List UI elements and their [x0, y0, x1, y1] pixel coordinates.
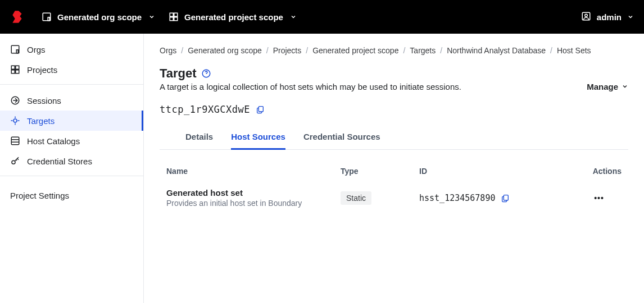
breadcrumb-item[interactable]: Northwind Analyst Database	[447, 46, 546, 55]
tabs: Details Host Sources Credential Sources	[160, 126, 628, 150]
svg-rect-8	[170, 13, 173, 16]
org-icon	[10, 44, 20, 54]
sidebar-item-project-settings[interactable]: Project Settings	[0, 182, 143, 209]
row-title: Generated host set	[166, 188, 341, 198]
sidebar-item-targets[interactable]: Targets	[0, 111, 143, 131]
table-cell-actions: •••	[577, 191, 622, 205]
host-catalogs-icon	[10, 136, 20, 146]
sidebar-item-sessions[interactable]: Sessions	[0, 90, 143, 111]
svg-rect-10	[170, 17, 173, 21]
row-description: Provides an initial host set in Boundary	[166, 199, 341, 208]
tab-details[interactable]: Details	[185, 126, 213, 150]
sidebar-item-label: Credential Stores	[27, 157, 92, 166]
sessions-icon	[10, 95, 20, 105]
main-content: Orgs / Generated org scope / Projects / …	[144, 34, 644, 303]
resource-id-code: ttcp_1r9XGCXdwE	[160, 104, 250, 115]
host-sources-table: Name Type ID Actions Generated host set …	[160, 162, 628, 215]
table-header-type: Type	[341, 167, 419, 176]
sidebar-item-label: Project Settings	[10, 191, 69, 200]
user-label: admin	[597, 12, 622, 22]
table-cell-id: hsst_1234567890	[419, 193, 577, 203]
sidebar-item-label: Sessions	[27, 96, 61, 105]
svg-rect-24	[16, 70, 19, 74]
sidebar-item-label: Host Catalogs	[27, 136, 80, 146]
org-scope-label: Generated org scope	[57, 12, 142, 22]
credential-stores-icon	[10, 156, 20, 166]
project-scope-selector[interactable]: Generated project scope	[169, 12, 297, 22]
table-cell-type: Static	[341, 191, 419, 205]
page-description: A target is a logical collection of host…	[160, 81, 461, 94]
sidebar-item-label: Targets	[27, 116, 55, 126]
chevron-down-icon	[622, 82, 628, 91]
sidebar-group-resources: Sessions Targets Host Catalogs Credentia…	[0, 84, 143, 176]
svg-point-13	[585, 14, 588, 17]
breadcrumb-separator: /	[550, 46, 552, 55]
svg-rect-32	[11, 137, 19, 145]
svg-rect-22	[16, 66, 19, 69]
svg-rect-45	[504, 195, 509, 200]
type-badge: Static	[341, 191, 371, 205]
sidebar-item-label: Projects	[27, 65, 57, 75]
page-header: Target A target is a logical collection …	[160, 66, 628, 94]
org-icon	[42, 12, 52, 22]
svg-line-41	[16, 160, 17, 161]
resource-id: ttcp_1r9XGCXdwE	[160, 104, 628, 115]
breadcrumb-item[interactable]: Orgs	[160, 46, 176, 55]
breadcrumb-separator: /	[306, 46, 308, 55]
layout: Orgs Projects Sessions Targets	[0, 34, 644, 303]
sidebar-item-label: Orgs	[27, 45, 46, 54]
help-icon[interactable]	[201, 68, 211, 79]
svg-rect-9	[174, 13, 178, 16]
tab-credential-sources[interactable]: Credential Sources	[303, 126, 380, 150]
breadcrumb-separator: /	[266, 46, 269, 55]
copy-icon[interactable]	[256, 105, 265, 114]
chevron-down-icon	[627, 12, 634, 22]
svg-rect-23	[11, 70, 15, 74]
svg-rect-11	[174, 17, 178, 21]
sidebar-group-scopes: Orgs Projects	[0, 34, 143, 84]
sidebar-item-orgs[interactable]: Orgs	[0, 39, 143, 59]
breadcrumb-separator: /	[440, 46, 442, 55]
chevron-down-icon	[290, 12, 297, 22]
manage-button[interactable]: Manage	[587, 80, 628, 94]
copy-icon[interactable]	[501, 194, 510, 203]
more-actions-button[interactable]: •••	[592, 191, 606, 205]
project-scope-label: Generated project scope	[184, 12, 283, 22]
sidebar-item-projects[interactable]: Projects	[0, 59, 143, 80]
table-row: Generated host set Provides an initial h…	[160, 180, 628, 215]
sidebar: Orgs Projects Sessions Targets	[0, 34, 144, 303]
table-header: Name Type ID Actions	[160, 162, 628, 180]
manage-label: Manage	[587, 82, 618, 91]
org-scope-selector[interactable]: Generated org scope	[42, 12, 155, 22]
user-icon	[581, 11, 591, 23]
page-title: Target	[160, 66, 197, 81]
breadcrumb-separator: /	[181, 46, 183, 55]
sidebar-group-settings: Project Settings	[0, 176, 143, 214]
scope-selectors: Generated org scope Generated project sc…	[42, 12, 297, 22]
breadcrumb-separator: /	[403, 46, 405, 55]
row-id-code: hsst_1234567890	[419, 193, 495, 203]
sidebar-item-host-catalogs[interactable]: Host Catalogs	[0, 131, 143, 151]
svg-rect-7	[48, 17, 49, 21]
breadcrumb: Orgs / Generated org scope / Projects / …	[160, 46, 628, 55]
tab-host-sources[interactable]: Host Sources	[231, 126, 285, 150]
project-icon	[169, 12, 179, 22]
targets-icon	[10, 116, 20, 126]
project-icon	[10, 65, 20, 75]
table-header-actions: Actions	[577, 167, 622, 176]
breadcrumb-item[interactable]: Generated org scope	[188, 46, 262, 55]
breadcrumb-item[interactable]: Targets	[410, 46, 436, 55]
svg-rect-20	[16, 50, 18, 53]
svg-point-38	[12, 160, 15, 164]
breadcrumb-item[interactable]: Host Sets	[557, 46, 591, 55]
chevron-down-icon	[148, 12, 155, 22]
sidebar-item-credential-stores[interactable]: Credential Stores	[0, 151, 143, 171]
table-header-id: ID	[419, 167, 577, 176]
breadcrumb-item[interactable]: Generated project scope	[312, 46, 398, 55]
user-menu[interactable]: admin	[581, 11, 634, 23]
svg-rect-44	[258, 107, 263, 112]
table-header-name: Name	[166, 167, 341, 176]
breadcrumb-item[interactable]: Projects	[273, 46, 302, 55]
table-cell-name[interactable]: Generated host set Provides an initial h…	[166, 188, 341, 208]
logo[interactable]	[10, 10, 25, 24]
